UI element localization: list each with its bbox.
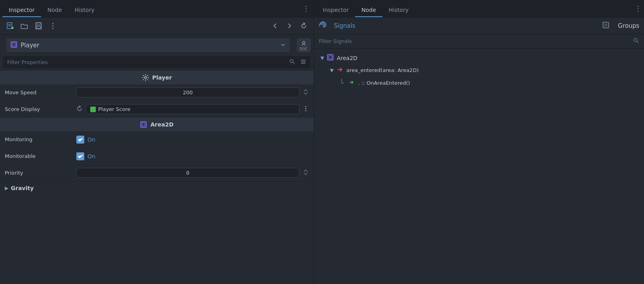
svg-point-25 <box>305 110 306 111</box>
signals-icon <box>319 21 328 31</box>
svg-rect-34 <box>329 56 332 59</box>
connection-arrow-icon <box>349 79 355 87</box>
svg-line-32 <box>637 41 638 43</box>
right-tab-bar: Inspector Node History ⋮ <box>314 0 644 18</box>
filter-search-icon[interactable] <box>289 58 295 66</box>
area2d-expand-icon[interactable]: ▼ <box>320 55 324 61</box>
svg-rect-6 <box>37 23 40 25</box>
forward-button[interactable] <box>283 20 295 32</box>
right-panel: Inspector Node History ⋮ Signals Groups … <box>314 0 644 284</box>
filter-signals-bar: Filter Signals <box>314 34 644 49</box>
toolbar-more-button[interactable] <box>47 20 59 32</box>
tab-inspector-right[interactable]: Inspector <box>316 4 355 17</box>
doc-button-label: DOC <box>300 47 308 51</box>
monitoring-checkbox[interactable] <box>76 136 84 144</box>
gravity-section[interactable]: ▶ Gravity <box>0 181 314 195</box>
doc-button[interactable]: DOC <box>297 39 310 52</box>
gravity-expand-icon: ▶ <box>5 185 8 191</box>
svg-rect-26 <box>141 122 146 127</box>
score-node-badge[interactable]: Player Score <box>86 104 299 114</box>
properties-area: Player Move Speed 200 Score Display <box>0 71 314 284</box>
score-node-text: Player Score <box>98 106 130 112</box>
node-selector[interactable]: Player <box>6 39 290 52</box>
on-area-entered-connection-row[interactable]: └ . :: OnAreaEntered() <box>314 76 644 89</box>
signals-groups-bar: Signals Groups <box>314 18 644 34</box>
score-display-label: Score Display <box>5 106 76 112</box>
open-button[interactable] <box>18 20 30 32</box>
node-selector-icon <box>10 41 17 50</box>
on-area-entered-label: . :: OnAreaEntered() <box>358 80 410 86</box>
monitoring-on-text: On <box>87 136 95 143</box>
svg-point-8 <box>52 23 54 24</box>
save-button[interactable] <box>33 20 45 32</box>
monitorable-on-text: On <box>87 153 95 160</box>
score-display-row: Score Display Player Score <box>0 101 314 118</box>
area2d-section-header: Area2D <box>0 118 314 131</box>
tab-more-left[interactable]: ⋮ <box>301 4 311 13</box>
priority-value-container: 0 <box>76 168 309 178</box>
back-button[interactable] <box>269 20 281 32</box>
svg-rect-30 <box>604 23 607 27</box>
priority-input[interactable]: 0 <box>76 168 299 178</box>
svg-point-9 <box>52 25 54 27</box>
area2d-node-row[interactable]: ▼ Area2D <box>314 52 644 64</box>
monitorable-checkbox[interactable] <box>76 152 84 160</box>
left-toolbar: + <box>0 18 314 35</box>
tab-history-left[interactable]: History <box>68 4 101 17</box>
move-speed-row: Move Speed 200 <box>0 84 314 101</box>
svg-point-23 <box>305 106 306 107</box>
tab-inspector-left[interactable]: Inspector <box>2 4 41 17</box>
right-tab-more-button[interactable]: ⋮ <box>634 4 642 13</box>
svg-point-22 <box>144 77 146 79</box>
svg-rect-33 <box>328 54 333 60</box>
area2d-icon <box>140 121 147 128</box>
filter-properties-placeholder[interactable]: Filter Properties <box>7 59 286 65</box>
groups-label[interactable]: Groups <box>618 22 639 29</box>
filter-properties-bar: Filter Properties <box>3 56 310 68</box>
svg-point-19 <box>302 60 303 61</box>
area2d-tree-icon <box>327 54 334 62</box>
area-entered-signal-label: area_entered(area: Area2D) <box>346 67 419 73</box>
left-tab-bar: Inspector Node History ⋮ <box>0 0 314 18</box>
filter-signals-search-icon[interactable] <box>633 37 639 45</box>
move-speed-spinner[interactable] <box>303 88 309 97</box>
area2d-tree-label: Area2D <box>337 55 357 61</box>
score-more-button[interactable] <box>303 105 309 113</box>
priority-label: Priority <box>5 170 76 176</box>
monitoring-label: Monitoring <box>5 136 76 142</box>
signal-tree: ▼ Area2D ▼ area_entered(area: Area2D) └ <box>314 49 644 284</box>
priority-spinner[interactable] <box>303 168 309 178</box>
svg-point-21 <box>302 63 303 64</box>
svg-rect-12 <box>12 43 16 46</box>
svg-point-24 <box>305 108 306 109</box>
filter-settings-icon[interactable] <box>300 58 306 66</box>
filter-signals-placeholder[interactable]: Filter Signals <box>319 38 633 44</box>
priority-row: Priority 0 <box>0 165 314 181</box>
player-section-header: Player <box>0 71 314 84</box>
score-node-icon <box>90 107 96 112</box>
svg-text:+: + <box>12 27 14 29</box>
monitoring-row: Monitoring On <box>0 131 314 148</box>
node-dropdown-icon[interactable] <box>280 42 286 49</box>
tab-node-right[interactable]: Node <box>355 4 382 17</box>
signals-label[interactable]: Signals <box>334 22 355 29</box>
new-scene-button[interactable]: + <box>4 20 16 32</box>
gear-icon <box>142 74 149 81</box>
tab-node-left[interactable]: Node <box>41 4 68 17</box>
svg-rect-11 <box>11 42 17 47</box>
svg-point-20 <box>304 61 305 62</box>
score-reset-button[interactable] <box>76 105 83 113</box>
move-speed-label: Move Speed <box>5 89 76 95</box>
area2d-section-label: Area2D <box>150 121 173 128</box>
node-selector-name: Player <box>21 42 277 49</box>
area-entered-signal-row[interactable]: ▼ area_entered(area: Area2D) <box>314 64 644 76</box>
monitoring-value-container: On <box>76 136 95 144</box>
connection-line-icon: └ <box>339 79 344 87</box>
reload-button[interactable] <box>298 20 310 32</box>
svg-point-28 <box>323 24 324 25</box>
left-panel: Inspector Node History ⋮ + <box>0 0 314 284</box>
tab-history-right[interactable]: History <box>382 4 415 17</box>
move-speed-input[interactable]: 200 <box>76 88 299 97</box>
area-entered-expand-icon[interactable]: ▼ <box>330 68 334 73</box>
monitorable-value-container: On <box>76 152 95 160</box>
